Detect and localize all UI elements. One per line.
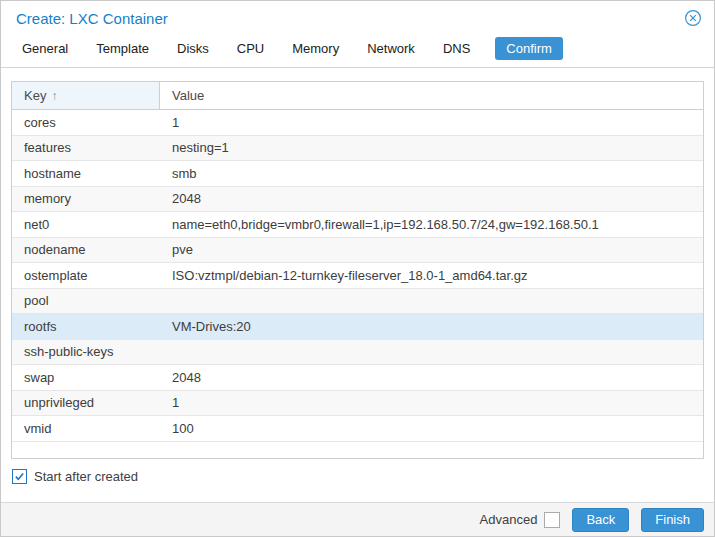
- row-key: vmid: [12, 416, 160, 441]
- create-lxc-container-dialog: Create: LXC Container GeneralTemplateDis…: [0, 0, 715, 537]
- row-value: [160, 289, 703, 314]
- column-header-key[interactable]: Key ↑: [12, 82, 160, 109]
- finish-button[interactable]: Finish: [641, 508, 704, 532]
- row-key: pool: [12, 289, 160, 314]
- tab-cpu[interactable]: CPU: [234, 37, 267, 60]
- row-key: swap: [12, 365, 160, 390]
- table-row[interactable]: vmid100: [12, 416, 703, 442]
- footer-bar: Advanced Back Finish: [1, 502, 714, 536]
- row-value: ISO:vztmpl/debian-12-turnkey-fileserver_…: [160, 263, 703, 288]
- row-value: 2048: [160, 365, 703, 390]
- row-key: cores: [12, 110, 160, 135]
- row-value: name=eth0,bridge=vmbr0,firewall=1,ip=192…: [160, 212, 703, 237]
- table-row[interactable]: hostnamesmb: [12, 161, 703, 187]
- table-row[interactable]: pool: [12, 289, 703, 315]
- row-key: memory: [12, 187, 160, 212]
- row-key: ostemplate: [12, 263, 160, 288]
- back-button[interactable]: Back: [572, 508, 629, 532]
- table-row[interactable]: ssh-public-keys: [12, 340, 703, 366]
- row-value: 100: [160, 416, 703, 441]
- row-key: ssh-public-keys: [12, 340, 160, 365]
- table-row[interactable]: ostemplateISO:vztmpl/debian-12-turnkey-f…: [12, 263, 703, 289]
- row-value: nesting=1: [160, 136, 703, 161]
- table-row[interactable]: swap2048: [12, 365, 703, 391]
- sort-ascending-icon: ↑: [51, 89, 57, 103]
- tab-dns[interactable]: DNS: [440, 37, 473, 60]
- grid-body: cores1featuresnesting=1hostnamesmbmemory…: [12, 110, 703, 442]
- column-header-value[interactable]: Value: [160, 82, 703, 109]
- confirm-panel: Key ↑ Value cores1featuresnesting=1hostn…: [1, 68, 714, 484]
- tab-memory[interactable]: Memory: [289, 37, 342, 60]
- tab-template[interactable]: Template: [93, 37, 152, 60]
- row-key: net0: [12, 212, 160, 237]
- table-row[interactable]: nodenamepve: [12, 238, 703, 264]
- row-value: 1: [160, 391, 703, 416]
- row-value: VM-Drives:20: [160, 314, 703, 339]
- tab-general[interactable]: General: [19, 37, 71, 60]
- tab-network[interactable]: Network: [364, 37, 418, 60]
- table-row[interactable]: rootfsVM-Drives:20: [12, 314, 703, 340]
- row-key: nodename: [12, 238, 160, 263]
- dialog-title: Create: LXC Container: [16, 10, 168, 27]
- table-row[interactable]: featuresnesting=1: [12, 136, 703, 162]
- start-after-created-label: Start after created: [34, 469, 138, 484]
- row-value: [160, 340, 703, 365]
- row-key: features: [12, 136, 160, 161]
- row-value: pve: [160, 238, 703, 263]
- column-header-key-label: Key: [24, 88, 46, 103]
- row-key: unprivileged: [12, 391, 160, 416]
- row-value: 2048: [160, 187, 703, 212]
- start-after-created-checkbox[interactable]: [12, 469, 27, 484]
- close-icon[interactable]: [684, 9, 702, 27]
- tab-bar: GeneralTemplateDisksCPUMemoryNetworkDNSC…: [1, 31, 714, 68]
- table-row[interactable]: net0name=eth0,bridge=vmbr0,firewall=1,ip…: [12, 212, 703, 238]
- table-row[interactable]: cores1: [12, 110, 703, 136]
- grid-header: Key ↑ Value: [12, 82, 703, 110]
- table-row[interactable]: memory2048: [12, 187, 703, 213]
- column-header-value-label: Value: [172, 88, 204, 103]
- start-after-created-option[interactable]: Start after created: [12, 469, 138, 484]
- tab-disks[interactable]: Disks: [174, 37, 212, 60]
- row-key: rootfs: [12, 314, 160, 339]
- advanced-label: Advanced: [480, 512, 538, 527]
- config-summary-grid: Key ↑ Value cores1featuresnesting=1hostn…: [11, 81, 704, 459]
- tab-confirm[interactable]: Confirm: [495, 37, 563, 60]
- dialog-titlebar: Create: LXC Container: [1, 1, 714, 31]
- row-value: smb: [160, 161, 703, 186]
- row-key: hostname: [12, 161, 160, 186]
- table-row[interactable]: unprivileged1: [12, 391, 703, 417]
- advanced-checkbox[interactable]: [544, 512, 560, 528]
- row-value: 1: [160, 110, 703, 135]
